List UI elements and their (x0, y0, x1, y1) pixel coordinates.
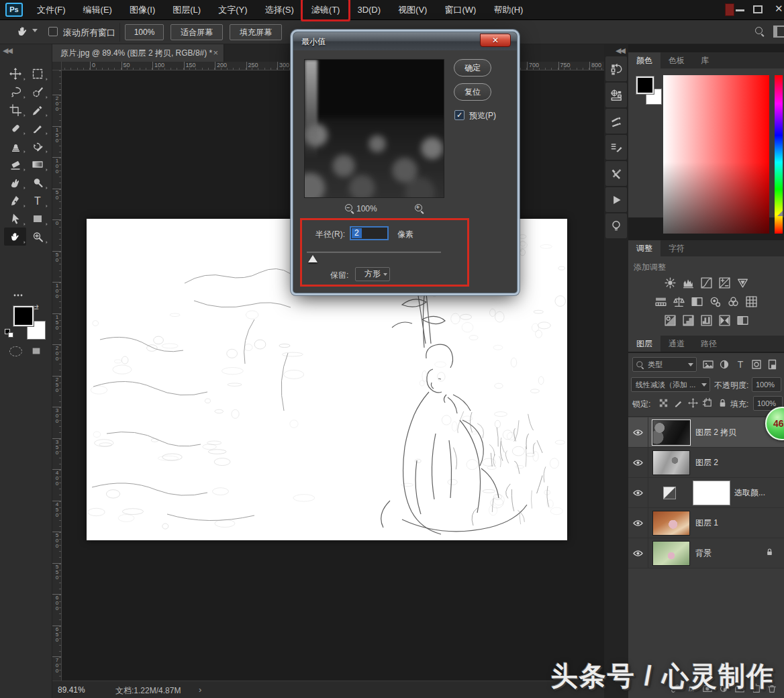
exposure-adjustment-button[interactable] (718, 277, 731, 289)
blend-mode-select[interactable]: 线性减淡（添加 ... (631, 377, 710, 392)
menu-item-5[interactable]: 选择(S) (256, 0, 302, 19)
actions-panel-button[interactable] (605, 187, 627, 212)
move-tool[interactable] (4, 64, 26, 83)
clone-source-panel-button[interactable] (605, 83, 627, 107)
lock-pixels-button[interactable] (673, 397, 684, 409)
chevron-down-icon[interactable] (32, 29, 38, 32)
crop-tool[interactable] (4, 101, 26, 119)
layer-thumbnail[interactable] (652, 450, 690, 475)
layer-name[interactable]: 图层 2 拷贝 (695, 427, 736, 438)
shape-layer-filter-button[interactable] (750, 358, 763, 370)
edit-toolbar-button[interactable] (7, 289, 29, 302)
type-tool[interactable]: T (26, 191, 48, 209)
layer-row-3[interactable]: 图层 1 (628, 508, 784, 538)
menu-item-8[interactable]: 视图(V) (389, 0, 436, 19)
menu-item-4[interactable]: 文字(Y) (209, 0, 256, 19)
layer-filter-type-select[interactable]: 类型 (632, 357, 697, 372)
ok-button[interactable]: 确定 (454, 59, 491, 77)
preserve-select[interactable]: 方形 (355, 267, 390, 281)
vibrance-adjustment-button[interactable] (736, 277, 749, 289)
menu-filter[interactable]: 滤镜(T) (303, 0, 349, 19)
pen-tool[interactable] (4, 191, 26, 209)
menu-item-3[interactable]: 图层(L) (164, 0, 209, 19)
adjustment-layer-icon[interactable] (663, 487, 676, 499)
close-window-button[interactable]: ✕ (775, 3, 783, 15)
history-brush-tool[interactable] (26, 137, 48, 155)
workspace-switcher-icon[interactable] (773, 26, 784, 38)
history-panel-button[interactable] (605, 56, 627, 81)
lock-position-button[interactable] (687, 397, 699, 409)
default-colors-icon[interactable] (5, 329, 13, 338)
layer-visibility-toggle[interactable] (628, 417, 648, 448)
quick-select-tool[interactable] (26, 83, 48, 101)
menu-item-0[interactable]: 文件(F) (28, 0, 75, 19)
layer-row-0[interactable]: 图层 2 拷贝 (628, 417, 784, 448)
menu-item-9[interactable]: 窗口(W) (436, 0, 485, 19)
posterize-adjustment-button[interactable] (682, 314, 695, 327)
fit-screen-button[interactable]: 适合屏幕 (170, 24, 223, 40)
pixel-layer-filter-button[interactable] (702, 358, 714, 370)
layers-tab[interactable]: 路径 (693, 336, 725, 352)
radius-input[interactable]: 2 (350, 226, 389, 240)
status-chevron-icon[interactable]: › (199, 685, 201, 695)
lock-artboard-button[interactable] (702, 397, 714, 409)
foreground-color-swatch[interactable] (636, 77, 654, 94)
type-layer-filter-button[interactable]: T (734, 358, 746, 370)
brush-settings-panel-button[interactable] (605, 135, 627, 160)
color-lookup-adjustment-button[interactable] (745, 295, 758, 308)
document-tab[interactable]: 原片.jpg @ 89.4% (图层 2 拷贝, RGB/8#) * × (52, 44, 224, 62)
lasso-tool[interactable] (4, 83, 26, 101)
smart-object-filter-button[interactable] (767, 358, 779, 370)
preview-checkbox[interactable]: ✓ (454, 110, 464, 120)
gradient-map-adjustment-button[interactable] (736, 314, 749, 327)
invert-adjustment-button[interactable] (664, 314, 677, 327)
hand-tool[interactable] (4, 228, 26, 246)
collapse-toolbar-icon[interactable]: ◀◀ (3, 46, 11, 55)
marquee-tool[interactable] (26, 64, 48, 83)
layer-name[interactable]: 图层 1 (695, 517, 718, 529)
color-tab[interactable]: 色板 (660, 52, 693, 68)
expand-panels-icon[interactable]: ◀◀ (616, 46, 624, 55)
layers-tab[interactable]: 图层 (628, 336, 660, 352)
smudge-tool[interactable] (4, 173, 26, 191)
adjustments-tab[interactable]: 调整 (628, 240, 660, 256)
lock-all-button[interactable] (717, 397, 728, 409)
curves-adjustment-button[interactable] (700, 277, 713, 289)
zoom-100-button[interactable]: 100% (125, 24, 164, 40)
color-tab[interactable]: 颜色 (628, 52, 660, 68)
layer-row-1[interactable]: 图层 2 (628, 448, 784, 478)
menu-item-7[interactable]: 3D(D) (348, 0, 389, 19)
tool-presets-panel-button[interactable] (605, 161, 627, 186)
dialog-close-button[interactable]: ✕ (480, 34, 511, 47)
panel-resize-grip[interactable] (777, 211, 783, 216)
brightness-contrast-adjustment-button[interactable] (664, 277, 677, 289)
minimize-button[interactable] (736, 9, 744, 11)
zoom-tool[interactable] (26, 228, 48, 246)
fill-screen-button[interactable]: 填充屏幕 (230, 24, 282, 40)
menu-item-1[interactable]: 编辑(E) (75, 0, 121, 19)
close-tab-icon[interactable]: × (213, 44, 218, 62)
eyedropper-tool[interactable] (26, 101, 48, 119)
zoom-in-icon[interactable]: + (414, 203, 425, 214)
menu-item-2[interactable]: 图像(I) (121, 0, 164, 19)
gradient-tool[interactable] (26, 155, 48, 173)
hue-slider[interactable] (775, 75, 783, 234)
screen-mode-button[interactable] (31, 346, 42, 356)
menu-item-10[interactable]: 帮助(H) (485, 0, 532, 19)
notes-panel-button[interactable] (605, 213, 627, 238)
adjustment-layer-filter-button[interactable] (718, 358, 730, 370)
layer-visibility-toggle[interactable] (628, 508, 648, 538)
black-white-adjustment-button[interactable] (691, 295, 703, 308)
channel-mixer-adjustment-button[interactable] (727, 295, 740, 308)
color-field[interactable] (663, 75, 769, 234)
layer-name[interactable]: 背景 (695, 548, 712, 559)
layer-visibility-toggle[interactable] (628, 478, 648, 508)
color-balance-adjustment-button[interactable] (673, 295, 685, 308)
threshold-adjustment-button[interactable] (700, 314, 713, 327)
radius-slider-track[interactable] (307, 252, 441, 253)
adjustments-tab[interactable]: 字符 (660, 240, 693, 256)
foreground-color-swatch[interactable] (13, 306, 34, 326)
path-select-tool[interactable] (4, 209, 26, 228)
dodge-tool[interactable] (26, 173, 48, 191)
layer-name[interactable]: 选取颜... (734, 487, 765, 499)
